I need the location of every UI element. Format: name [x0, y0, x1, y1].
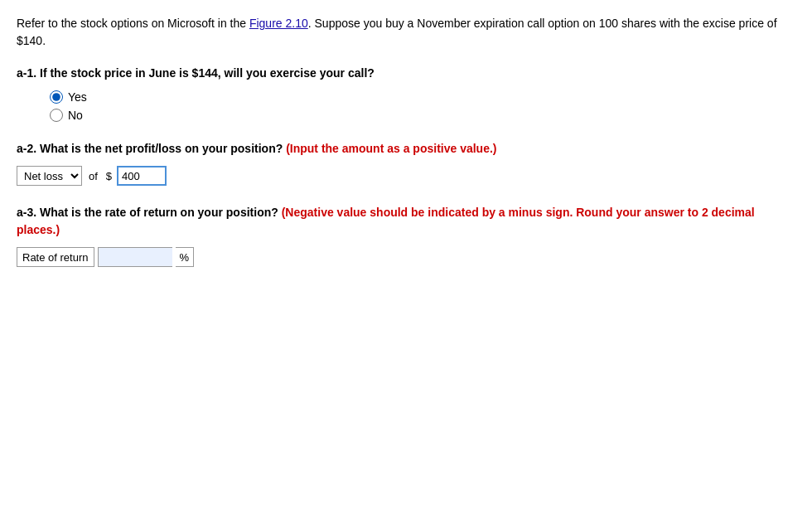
a3-input-row: Rate of return %	[17, 247, 795, 267]
dollar-sign: $	[104, 170, 114, 182]
a1-text: If the stock price in June is $144, will…	[36, 66, 375, 80]
intro-paragraph: Refer to the stock options on Microsoft …	[17, 15, 795, 50]
question-a1: a-1. If the stock price in June is $144,…	[17, 65, 795, 122]
radio-item-yes: Yes	[50, 90, 795, 104]
a2-highlight: (Input the amount as a positive value.)	[286, 142, 496, 155]
a1-radio-group: Yes No	[50, 90, 795, 122]
figure-link[interactable]: Figure 2.10	[249, 17, 308, 30]
radio-item-no: No	[50, 109, 795, 122]
question-a3-label: a-3. What is the rate of return on your …	[17, 204, 795, 239]
radio-yes-label[interactable]: Yes	[68, 90, 87, 104]
rate-of-return-label: Rate of return	[17, 247, 94, 267]
a3-text: What is the rate of return on your posit…	[36, 206, 282, 219]
radio-no-label[interactable]: No	[68, 109, 83, 122]
a2-input-row: Net loss Net gain of $	[17, 166, 795, 186]
percent-suffix: %	[176, 247, 195, 267]
a1-label-bold: a-1.	[17, 66, 36, 80]
question-a1-label: a-1. If the stock price in June is $144,…	[17, 65, 795, 82]
amount-input[interactable]	[117, 166, 167, 186]
radio-yes[interactable]	[50, 90, 63, 104]
question-a2-label: a-2. What is the net profit/loss on your…	[17, 140, 795, 158]
a2-label-bold: a-2.	[17, 142, 36, 155]
radio-no[interactable]	[50, 109, 63, 122]
rate-of-return-input[interactable]	[98, 247, 172, 267]
a2-text: What is the net profit/loss on your posi…	[36, 142, 286, 155]
question-a2: a-2. What is the net profit/loss on your…	[17, 140, 795, 186]
question-a3: a-3. What is the rate of return on your …	[17, 204, 795, 267]
intro-text-before: Refer to the stock options on Microsoft …	[17, 17, 249, 30]
a3-label-bold: a-3.	[17, 206, 36, 219]
of-label: of	[85, 170, 101, 182]
net-loss-select[interactable]: Net loss Net gain	[17, 166, 82, 186]
